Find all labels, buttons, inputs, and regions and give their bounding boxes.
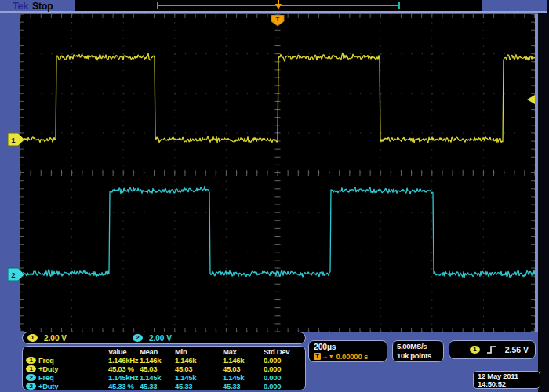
timebase-scale: 200µs — [314, 342, 387, 351]
measurement-mean: 45.33 — [140, 382, 175, 390]
time-label: 14:50:52 — [478, 380, 540, 388]
trigger-position-flag-icon: T — [271, 15, 285, 27]
measurement-row: 1 +Duty 45.03 % 45.03 45.03 45.03 0.000 — [23, 365, 305, 373]
ch2-badge: 2 — [133, 334, 143, 342]
rising-edge-icon — [486, 344, 497, 355]
measurement-min: 1.145k — [175, 373, 223, 382]
trigger-t-icon: T — [314, 353, 321, 360]
measurement-stddev: 0.000 — [264, 365, 305, 373]
trigger-level-value: 2.56 V — [505, 345, 529, 354]
measurement-stddev: 0.000 — [264, 382, 305, 390]
sample-rate: 5.00MS/s — [397, 342, 443, 351]
record-window-right-bracket — [398, 2, 400, 9]
measurement-max: 45.33 — [223, 382, 264, 390]
measurement-name: +Duty — [38, 365, 108, 373]
measurement-row: 1 Freq 1.146kHz 1.146k 1.146k 1.146k 0.0… — [23, 356, 305, 365]
measurement-value: 45.03 % — [108, 365, 140, 373]
measurement-value: 1.145kHz — [108, 373, 140, 382]
row-channel-badge: 1 — [26, 365, 36, 372]
datetime-readout: 12 May 2011 14:50:52 — [473, 371, 540, 389]
measurement-max: 1.146k — [223, 356, 264, 365]
svg-text:1: 1 — [11, 136, 15, 144]
ch1-ground-marker: 1 — [8, 132, 25, 147]
measurement-table: Value Mean Min Max Std Dev 1 Freq 1.146k… — [22, 346, 306, 390]
graticule-right-border — [535, 14, 538, 332]
top-bar: Tek Stop — [0, 0, 547, 13]
measurement-min: 45.03 — [175, 365, 223, 373]
oscilloscope-screen: Tek Stop T 1 2 1 2.00 V 2 2.00 V — [0, 0, 549, 392]
col-header-mean: Mean — [140, 347, 175, 356]
col-header-stddev: Std Dev — [264, 347, 305, 356]
measurement-name: Freq — [38, 373, 108, 382]
measurement-mean: 1.145k — [140, 373, 175, 382]
svg-text:2: 2 — [11, 271, 15, 279]
center-marker-icon: ▼ — [329, 354, 334, 359]
measurement-name: +Duty — [38, 382, 108, 390]
measurement-min: 1.146k — [175, 356, 223, 365]
row-channel-badge: 2 — [26, 374, 36, 381]
ch2-ground-marker: 2 — [8, 267, 25, 281]
trigger-source-badge: 1 — [470, 346, 480, 354]
measurement-mean: 1.146k — [140, 356, 175, 365]
ch2-scale-readout: 2.00 V — [149, 334, 172, 343]
measurement-value: 1.146kHz — [108, 356, 140, 365]
right-margin — [538, 0, 549, 392]
measurement-stddev: 0.000 — [264, 373, 305, 382]
ch1-scale-readout: 2.00 V — [44, 334, 67, 343]
measurement-max: 45.03 — [223, 365, 264, 373]
acquisition-readout: 5.00MS/s 10k points — [392, 340, 444, 362]
measurement-header-row: Value Mean Min Max Std Dev — [23, 347, 305, 356]
col-header-max: Max — [223, 347, 264, 356]
record-length: 10k points — [397, 351, 443, 361]
measurement-max: 1.145k — [223, 373, 264, 382]
record-view-bar — [75, 0, 482, 11]
svg-text:T: T — [276, 16, 280, 23]
arrow-right-icon: → — [322, 353, 328, 360]
horizontal-readout: 200µs T → ▼ 0.00000 s — [308, 340, 387, 362]
measurement-row: 2 +Duty 45.33 % 45.33 45.33 45.33 0.000 — [23, 382, 305, 390]
measurement-row: 2 Freq 1.145kHz 1.145k 1.145k 1.145k 0.0… — [23, 373, 305, 382]
col-header-value: Value — [108, 347, 140, 356]
record-trigger-arrow-icon — [275, 4, 282, 9]
ch1-badge: 1 — [27, 334, 38, 342]
row-channel-badge: 2 — [26, 383, 36, 390]
tek-logo: Tek — [13, 0, 28, 12]
measurement-name: Freq — [38, 356, 108, 365]
trigger-readout: 1 2.56 V — [449, 340, 536, 359]
measurement-stddev: 0.000 — [264, 356, 305, 365]
acquisition-status: Stop — [32, 1, 53, 12]
row-channel-badge: 1 — [26, 357, 36, 364]
channel-readout-bar: 1 2.00 V 2 2.00 V — [22, 332, 306, 344]
waveform-display — [20, 14, 535, 332]
trigger-delay-readout: T → ▼ 0.00000 s — [314, 352, 387, 361]
trigger-delay-value: 0.00000 s — [336, 352, 368, 361]
measurement-mean: 45.03 — [140, 365, 175, 373]
measurement-value: 45.33 % — [108, 382, 140, 390]
col-header-min: Min — [175, 347, 223, 356]
measurement-min: 45.33 — [175, 382, 223, 390]
graticule — [20, 14, 535, 332]
